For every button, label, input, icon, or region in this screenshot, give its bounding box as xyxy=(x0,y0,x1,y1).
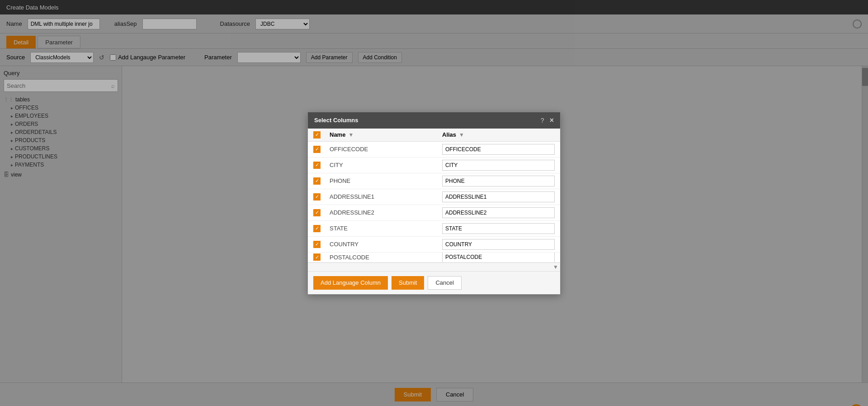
checkbox-state[interactable]: ✓ xyxy=(313,225,321,232)
name-country: COUNTRY xyxy=(330,241,442,248)
alias-state xyxy=(442,223,555,234)
modal-header: Select Columns ? × xyxy=(308,112,560,129)
modal-footer: Add Language Column Submit Cancel xyxy=(308,271,560,294)
alias-column-header: Alias ▼ xyxy=(442,131,555,138)
name-column-header: Name ▼ xyxy=(330,131,442,138)
modal-body: ✓ OFFICECODE ✓ CITY ✓ xyxy=(308,142,560,263)
checkbox-postalcode[interactable]: ✓ xyxy=(313,253,321,261)
check-state: ✓ xyxy=(313,225,330,232)
modal-title: Select Columns xyxy=(314,117,359,124)
add-language-column-button[interactable]: Add Language Column xyxy=(313,276,388,290)
scroll-indicator: ▼ xyxy=(308,263,560,271)
check-officecode: ✓ xyxy=(313,146,330,153)
select-all-checkbox[interactable]: ✓ xyxy=(313,131,321,139)
check-addressline1: ✓ xyxy=(313,193,330,201)
alias-input-phone[interactable] xyxy=(442,176,555,186)
select-columns-modal: Select Columns ? × ✓ Name ▼ Alias ▼ xyxy=(307,112,561,295)
name-postalcode: POSTALCODE xyxy=(330,254,442,261)
name-filter-icon[interactable]: ▼ xyxy=(348,132,354,138)
modal-help-icon[interactable]: ? xyxy=(541,117,544,124)
alias-postalcode xyxy=(442,253,555,263)
modal-row-officecode: ✓ OFFICECODE xyxy=(308,142,560,158)
scroll-down-arrow: ▼ xyxy=(553,264,558,270)
check-phone: ✓ xyxy=(313,177,330,185)
modal-row-state: ✓ STATE xyxy=(308,221,560,237)
modal-row-addressline2: ✓ ADDRESSLINE2 xyxy=(308,205,560,221)
modal-row-city: ✓ CITY xyxy=(308,158,560,173)
alias-addressline2 xyxy=(442,207,555,218)
checkbox-addressline1[interactable]: ✓ xyxy=(313,193,321,201)
header-check-col: ✓ xyxy=(313,131,330,139)
name-addressline1: ADDRESSLINE1 xyxy=(330,193,442,200)
checkbox-phone[interactable]: ✓ xyxy=(313,177,321,185)
modal-overlay: Select Columns ? × ✓ Name ▼ Alias ▼ xyxy=(0,0,868,406)
modal-header-actions: ? × xyxy=(541,116,554,124)
name-addressline2: ADDRESSLINE2 xyxy=(330,209,442,216)
name-officecode: OFFICECODE xyxy=(330,146,442,153)
check-addressline2: ✓ xyxy=(313,209,330,216)
alias-input-state[interactable] xyxy=(442,223,555,234)
checkbox-city[interactable]: ✓ xyxy=(313,162,321,169)
alias-input-addressline1[interactable] xyxy=(442,191,555,202)
checkbox-addressline2[interactable]: ✓ xyxy=(313,209,321,216)
check-postalcode: ✓ xyxy=(313,253,330,261)
alias-filter-icon[interactable]: ▼ xyxy=(459,132,464,138)
alias-addressline1 xyxy=(442,191,555,202)
alias-header-label: Alias xyxy=(442,131,456,138)
modal-submit-button[interactable]: Submit xyxy=(392,276,424,290)
modal-row-postalcode: ✓ POSTALCODE xyxy=(308,253,560,263)
modal-table-header: ✓ Name ▼ Alias ▼ xyxy=(308,129,560,142)
modal-row-phone: ✓ PHONE xyxy=(308,173,560,189)
modal-row-addressline1: ✓ ADDRESSLINE1 xyxy=(308,189,560,205)
checkbox-country[interactable]: ✓ xyxy=(313,241,321,248)
alias-officecode xyxy=(442,144,555,155)
modal-close-icon[interactable]: × xyxy=(550,116,554,124)
alias-country xyxy=(442,239,555,250)
alias-phone xyxy=(442,176,555,186)
check-city: ✓ xyxy=(313,162,330,169)
name-state: STATE xyxy=(330,225,442,232)
alias-input-postalcode[interactable] xyxy=(442,253,555,263)
alias-input-addressline2[interactable] xyxy=(442,207,555,218)
name-phone: PHONE xyxy=(330,177,442,184)
name-city: CITY xyxy=(330,162,442,168)
name-header-label: Name xyxy=(330,131,345,138)
check-country: ✓ xyxy=(313,241,330,248)
alias-city xyxy=(442,160,555,171)
alias-input-officecode[interactable] xyxy=(442,144,555,155)
modal-row-country: ✓ COUNTRY xyxy=(308,237,560,253)
alias-input-city[interactable] xyxy=(442,160,555,171)
alias-input-country[interactable] xyxy=(442,239,555,250)
modal-cancel-button[interactable]: Cancel xyxy=(428,276,461,290)
checkbox-officecode[interactable]: ✓ xyxy=(313,146,321,153)
